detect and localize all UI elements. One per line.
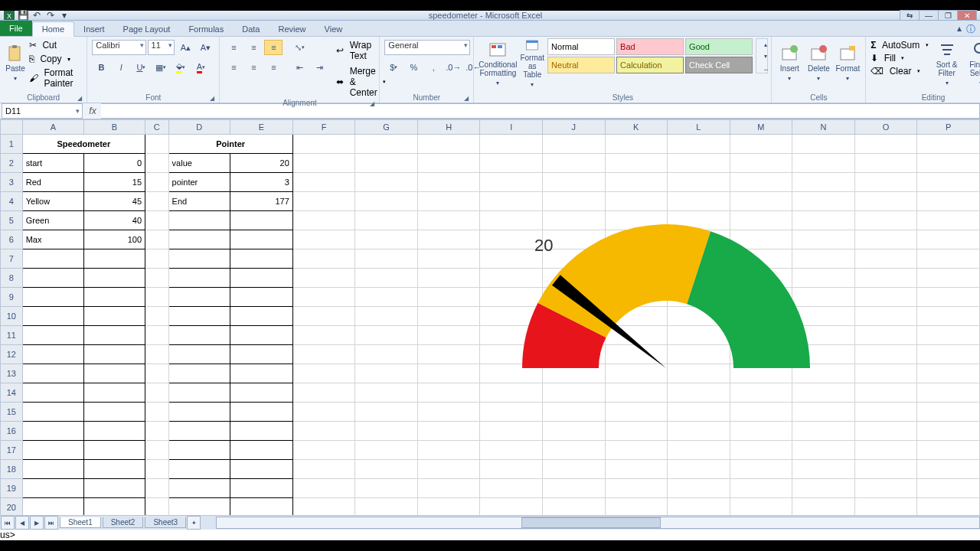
format-painter-button[interactable]: 🖌 Format Painter xyxy=(29,67,82,89)
name-box[interactable]: D11 xyxy=(2,103,83,119)
sheet-tab-2[interactable]: Sheet2 xyxy=(103,517,144,528)
svg-rect-14 xyxy=(849,46,855,51)
tab-data[interactable]: Data xyxy=(233,22,269,36)
svg-point-10 xyxy=(790,45,798,53)
style-neutral[interactable]: Neutral xyxy=(547,57,615,73)
minimize-button[interactable]: — xyxy=(919,10,939,21)
increase-decimal-button[interactable]: .0→ xyxy=(444,60,462,75)
wrap-text-button[interactable]: ↩ Wrap Text xyxy=(336,40,386,61)
fill-button[interactable]: ⬇ Fill ▾ xyxy=(871,53,928,64)
style-normal[interactable]: Normal xyxy=(547,38,615,55)
align-center-button[interactable]: ≡ xyxy=(244,60,263,75)
bold-button[interactable]: B xyxy=(92,60,110,75)
percent-button[interactable]: % xyxy=(404,60,423,75)
font-name-select[interactable]: Calibri xyxy=(92,40,145,55)
decrease-indent-button[interactable]: ⇤ xyxy=(290,60,309,75)
undo-icon[interactable]: ↶ xyxy=(31,11,43,20)
clipboard-launcher-icon[interactable]: ◢ xyxy=(77,95,82,102)
tab-review[interactable]: Review xyxy=(269,22,315,36)
horizontal-scrollbar[interactable] xyxy=(216,517,980,529)
style-good[interactable]: Good xyxy=(685,38,753,55)
styles-label: Styles xyxy=(612,93,633,102)
style-calculation[interactable]: Calculation xyxy=(616,57,684,73)
close-button[interactable]: ✕ xyxy=(957,10,977,21)
fill-icon: ⬇ xyxy=(871,53,878,64)
delete-cells-button[interactable]: Delete▾ xyxy=(805,38,831,89)
alignment-label: Alignment xyxy=(283,99,316,107)
restore-button[interactable]: ❐ xyxy=(938,10,958,21)
ribbon: Paste ▾ ✂ Cut ⎘ Copy ▾ 🖌 Format Painter … xyxy=(0,37,980,103)
sheet-tab-1[interactable]: Sheet1 xyxy=(60,517,101,528)
merge-center-button[interactable]: ⬌ Merge & Center ▾ xyxy=(336,66,386,98)
format-cells-button[interactable]: Format▾ xyxy=(835,38,861,89)
sheet-nav-first[interactable]: ⏮ xyxy=(1,516,15,530)
sort-filter-button[interactable]: Sort & Filter▾ xyxy=(932,38,962,89)
qat-menu-icon[interactable]: ▾ xyxy=(58,11,70,20)
excel-icon[interactable]: X xyxy=(3,11,15,20)
underline-button[interactable]: U▾ xyxy=(132,60,150,75)
tab-file[interactable]: File xyxy=(0,21,32,36)
wrap-icon: ↩ xyxy=(336,45,344,56)
tab-formulas[interactable]: Formulas xyxy=(179,22,233,36)
quick-access-toolbar: X 💾 ↶ ↷ ▾ xyxy=(3,11,70,20)
eraser-icon: ⌫ xyxy=(871,66,884,77)
alignment-launcher-icon[interactable]: ◢ xyxy=(370,100,374,107)
grow-font-button[interactable]: A▴ xyxy=(176,40,194,55)
border-button[interactable]: ▦▾ xyxy=(152,60,170,75)
autosum-button[interactable]: Σ AutoSum ▾ xyxy=(871,40,928,51)
accounting-button[interactable]: $▾ xyxy=(384,60,403,75)
style-bad[interactable]: Bad xyxy=(616,38,684,55)
sheet-tab-3[interactable]: Sheet3 xyxy=(145,517,186,528)
align-right-button[interactable]: ≡ xyxy=(264,60,283,75)
tab-home[interactable]: Home xyxy=(32,21,74,37)
tab-insert[interactable]: Insert xyxy=(74,22,114,36)
sheet-nav-next[interactable]: ▶ xyxy=(30,516,44,530)
save-icon[interactable]: 💾 xyxy=(17,11,29,20)
speedometer-chart[interactable]: 20 xyxy=(505,219,827,410)
number-label: Number xyxy=(413,93,441,102)
style-check-cell[interactable]: Check Cell xyxy=(685,57,753,73)
find-select-button[interactable]: Find & Select▾ xyxy=(965,38,980,89)
align-left-button[interactable]: ≡ xyxy=(224,60,243,75)
font-size-select[interactable]: 11 xyxy=(148,40,175,55)
tab-page-layout[interactable]: Page Layout xyxy=(114,22,180,36)
cells-label: Cells xyxy=(810,93,827,102)
align-top-button[interactable]: ≡ xyxy=(224,40,243,55)
minimize-ribbon-button[interactable]: ⇆ xyxy=(900,10,920,21)
minimize-ribbon-icon[interactable]: ▴ xyxy=(957,23,962,36)
cut-button[interactable]: ✂ Cut xyxy=(29,40,82,51)
window-title: speedometer - Microsoft Excel xyxy=(70,11,900,20)
redo-icon[interactable]: ↷ xyxy=(44,11,57,20)
number-launcher-icon[interactable]: ◢ xyxy=(464,95,469,102)
paste-button[interactable]: Paste ▾ xyxy=(5,38,26,89)
svg-rect-8 xyxy=(527,41,538,43)
comma-button[interactable]: , xyxy=(424,60,443,75)
align-middle-button[interactable]: ≡ xyxy=(244,40,263,55)
tab-view[interactable]: View xyxy=(315,22,352,36)
orientation-button[interactable]: ⤡▾ xyxy=(290,40,309,55)
sheet-nav-last[interactable]: ⏭ xyxy=(44,516,58,530)
font-launcher-icon[interactable]: ◢ xyxy=(210,95,214,102)
number-format-select[interactable]: General xyxy=(384,40,470,55)
fx-icon[interactable]: fx xyxy=(84,106,101,116)
font-color-button[interactable]: A▾ xyxy=(191,60,210,75)
copy-button[interactable]: ⎘ Copy ▾ xyxy=(29,54,82,64)
align-bottom-button[interactable]: ≡ xyxy=(264,40,283,55)
copy-icon: ⎘ xyxy=(29,54,34,64)
title-bar: X 💾 ↶ ↷ ▾ speedometer - Microsoft Excel … xyxy=(0,11,980,21)
increase-indent-button[interactable]: ⇥ xyxy=(310,60,328,75)
help-icon[interactable]: ⓘ xyxy=(966,23,975,36)
sheet-nav-prev[interactable]: ◀ xyxy=(15,516,29,530)
shrink-font-button[interactable]: A▾ xyxy=(196,40,214,55)
fill-color-button[interactable]: ⬙▾ xyxy=(172,60,190,75)
formula-bar: D11 fx xyxy=(0,103,980,119)
new-sheet-button[interactable]: ✦ xyxy=(187,516,201,530)
svg-rect-6 xyxy=(498,45,502,48)
worksheet-grid[interactable]: ABCDEFGHIJKLMNOP1SpeedometerPointer2star… xyxy=(0,119,980,515)
italic-button[interactable]: I xyxy=(112,60,130,75)
ribbon-tabs: File Home Insert Page Layout Formulas Da… xyxy=(0,21,980,37)
insert-cells-button[interactable]: Insert▾ xyxy=(776,38,802,89)
conditional-formatting-button[interactable]: Conditional Formatting▾ xyxy=(479,38,517,89)
clear-button[interactable]: ⌫ Clear ▾ xyxy=(871,66,928,77)
format-as-table-button[interactable]: Format as Table▾ xyxy=(520,38,544,89)
